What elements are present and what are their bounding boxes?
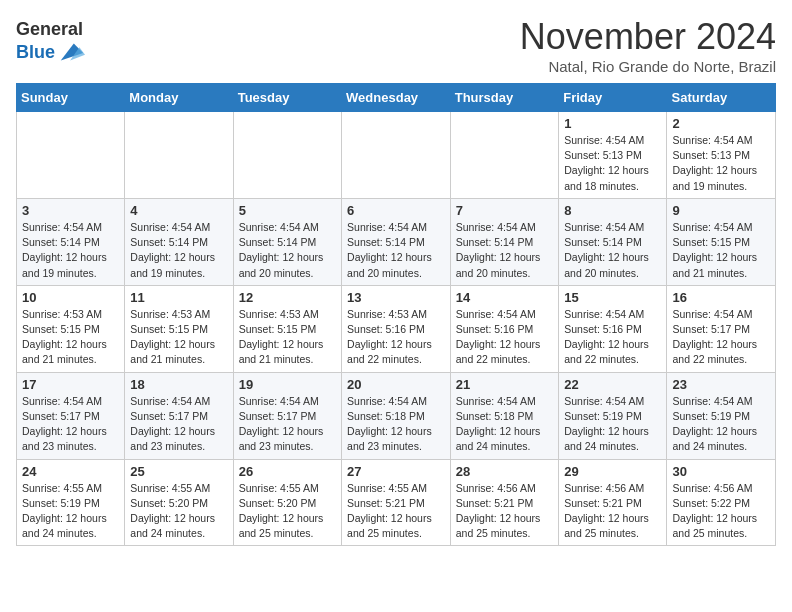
calendar-cell: 3Sunrise: 4:54 AMSunset: 5:14 PMDaylight… (17, 198, 125, 285)
day-info: Sunrise: 4:53 AMSunset: 5:15 PMDaylight:… (130, 307, 227, 368)
logo-icon (57, 38, 85, 66)
calendar-cell: 5Sunrise: 4:54 AMSunset: 5:14 PMDaylight… (233, 198, 341, 285)
day-number: 28 (456, 464, 553, 479)
weekday-header-tuesday: Tuesday (233, 84, 341, 112)
day-info: Sunrise: 4:54 AMSunset: 5:15 PMDaylight:… (672, 220, 770, 281)
day-info: Sunrise: 4:54 AMSunset: 5:14 PMDaylight:… (239, 220, 336, 281)
day-number: 2 (672, 116, 770, 131)
day-number: 4 (130, 203, 227, 218)
calendar-cell: 28Sunrise: 4:56 AMSunset: 5:21 PMDayligh… (450, 459, 558, 546)
calendar-table: SundayMondayTuesdayWednesdayThursdayFrid… (16, 83, 776, 546)
day-number: 18 (130, 377, 227, 392)
calendar-cell (450, 112, 558, 199)
day-info: Sunrise: 4:55 AMSunset: 5:19 PMDaylight:… (22, 481, 119, 542)
day-info: Sunrise: 4:56 AMSunset: 5:21 PMDaylight:… (456, 481, 553, 542)
calendar-cell: 24Sunrise: 4:55 AMSunset: 5:19 PMDayligh… (17, 459, 125, 546)
calendar-cell (233, 112, 341, 199)
calendar-week-row: 3Sunrise: 4:54 AMSunset: 5:14 PMDaylight… (17, 198, 776, 285)
day-info: Sunrise: 4:55 AMSunset: 5:21 PMDaylight:… (347, 481, 445, 542)
calendar-cell: 6Sunrise: 4:54 AMSunset: 5:14 PMDaylight… (342, 198, 451, 285)
day-number: 5 (239, 203, 336, 218)
day-number: 29 (564, 464, 661, 479)
day-number: 14 (456, 290, 553, 305)
calendar-cell: 14Sunrise: 4:54 AMSunset: 5:16 PMDayligh… (450, 285, 558, 372)
calendar-cell: 15Sunrise: 4:54 AMSunset: 5:16 PMDayligh… (559, 285, 667, 372)
calendar-cell: 8Sunrise: 4:54 AMSunset: 5:14 PMDaylight… (559, 198, 667, 285)
day-info: Sunrise: 4:55 AMSunset: 5:20 PMDaylight:… (239, 481, 336, 542)
calendar-cell: 11Sunrise: 4:53 AMSunset: 5:15 PMDayligh… (125, 285, 233, 372)
calendar-cell: 2Sunrise: 4:54 AMSunset: 5:13 PMDaylight… (667, 112, 776, 199)
day-info: Sunrise: 4:54 AMSunset: 5:16 PMDaylight:… (456, 307, 553, 368)
day-info: Sunrise: 4:54 AMSunset: 5:17 PMDaylight:… (672, 307, 770, 368)
calendar-week-row: 24Sunrise: 4:55 AMSunset: 5:19 PMDayligh… (17, 459, 776, 546)
day-info: Sunrise: 4:54 AMSunset: 5:17 PMDaylight:… (239, 394, 336, 455)
location-subtitle: Natal, Rio Grande do Norte, Brazil (520, 58, 776, 75)
calendar-cell: 12Sunrise: 4:53 AMSunset: 5:15 PMDayligh… (233, 285, 341, 372)
day-number: 26 (239, 464, 336, 479)
day-info: Sunrise: 4:53 AMSunset: 5:15 PMDaylight:… (22, 307, 119, 368)
day-info: Sunrise: 4:55 AMSunset: 5:20 PMDaylight:… (130, 481, 227, 542)
day-info: Sunrise: 4:54 AMSunset: 5:19 PMDaylight:… (672, 394, 770, 455)
day-number: 6 (347, 203, 445, 218)
calendar-cell (125, 112, 233, 199)
day-number: 11 (130, 290, 227, 305)
calendar-cell: 29Sunrise: 4:56 AMSunset: 5:21 PMDayligh… (559, 459, 667, 546)
day-info: Sunrise: 4:54 AMSunset: 5:18 PMDaylight:… (347, 394, 445, 455)
calendar-cell (17, 112, 125, 199)
calendar-cell: 27Sunrise: 4:55 AMSunset: 5:21 PMDayligh… (342, 459, 451, 546)
calendar-cell: 10Sunrise: 4:53 AMSunset: 5:15 PMDayligh… (17, 285, 125, 372)
day-info: Sunrise: 4:54 AMSunset: 5:18 PMDaylight:… (456, 394, 553, 455)
calendar-cell: 21Sunrise: 4:54 AMSunset: 5:18 PMDayligh… (450, 372, 558, 459)
day-number: 13 (347, 290, 445, 305)
month-title: November 2024 (520, 16, 776, 58)
day-info: Sunrise: 4:53 AMSunset: 5:15 PMDaylight:… (239, 307, 336, 368)
day-info: Sunrise: 4:54 AMSunset: 5:13 PMDaylight:… (564, 133, 661, 194)
calendar-cell (342, 112, 451, 199)
day-number: 19 (239, 377, 336, 392)
calendar-cell: 20Sunrise: 4:54 AMSunset: 5:18 PMDayligh… (342, 372, 451, 459)
day-number: 10 (22, 290, 119, 305)
calendar-cell: 13Sunrise: 4:53 AMSunset: 5:16 PMDayligh… (342, 285, 451, 372)
day-number: 12 (239, 290, 336, 305)
day-number: 25 (130, 464, 227, 479)
calendar-cell: 19Sunrise: 4:54 AMSunset: 5:17 PMDayligh… (233, 372, 341, 459)
day-info: Sunrise: 4:54 AMSunset: 5:13 PMDaylight:… (672, 133, 770, 194)
day-number: 17 (22, 377, 119, 392)
day-number: 1 (564, 116, 661, 131)
day-number: 21 (456, 377, 553, 392)
weekday-header-saturday: Saturday (667, 84, 776, 112)
logo: General Blue (16, 20, 85, 66)
day-number: 3 (22, 203, 119, 218)
calendar-cell: 1Sunrise: 4:54 AMSunset: 5:13 PMDaylight… (559, 112, 667, 199)
weekday-header-sunday: Sunday (17, 84, 125, 112)
weekday-header-monday: Monday (125, 84, 233, 112)
calendar-cell: 9Sunrise: 4:54 AMSunset: 5:15 PMDaylight… (667, 198, 776, 285)
calendar-cell: 18Sunrise: 4:54 AMSunset: 5:17 PMDayligh… (125, 372, 233, 459)
weekday-header-thursday: Thursday (450, 84, 558, 112)
day-info: Sunrise: 4:53 AMSunset: 5:16 PMDaylight:… (347, 307, 445, 368)
calendar-cell: 17Sunrise: 4:54 AMSunset: 5:17 PMDayligh… (17, 372, 125, 459)
day-number: 20 (347, 377, 445, 392)
logo-general: General (16, 20, 85, 38)
calendar-week-row: 1Sunrise: 4:54 AMSunset: 5:13 PMDaylight… (17, 112, 776, 199)
day-number: 15 (564, 290, 661, 305)
day-number: 27 (347, 464, 445, 479)
day-info: Sunrise: 4:54 AMSunset: 5:17 PMDaylight:… (130, 394, 227, 455)
day-info: Sunrise: 4:56 AMSunset: 5:21 PMDaylight:… (564, 481, 661, 542)
day-info: Sunrise: 4:54 AMSunset: 5:14 PMDaylight:… (130, 220, 227, 281)
title-area: November 2024 Natal, Rio Grande do Norte… (520, 16, 776, 75)
calendar-week-row: 17Sunrise: 4:54 AMSunset: 5:17 PMDayligh… (17, 372, 776, 459)
weekday-header-wednesday: Wednesday (342, 84, 451, 112)
day-info: Sunrise: 4:54 AMSunset: 5:14 PMDaylight:… (347, 220, 445, 281)
day-info: Sunrise: 4:54 AMSunset: 5:19 PMDaylight:… (564, 394, 661, 455)
calendar-week-row: 10Sunrise: 4:53 AMSunset: 5:15 PMDayligh… (17, 285, 776, 372)
day-number: 24 (22, 464, 119, 479)
header: General Blue November 2024 Natal, Rio Gr… (16, 16, 776, 75)
day-info: Sunrise: 4:54 AMSunset: 5:14 PMDaylight:… (456, 220, 553, 281)
calendar-cell: 30Sunrise: 4:56 AMSunset: 5:22 PMDayligh… (667, 459, 776, 546)
day-number: 8 (564, 203, 661, 218)
day-info: Sunrise: 4:54 AMSunset: 5:17 PMDaylight:… (22, 394, 119, 455)
calendar-cell: 26Sunrise: 4:55 AMSunset: 5:20 PMDayligh… (233, 459, 341, 546)
day-number: 9 (672, 203, 770, 218)
day-number: 23 (672, 377, 770, 392)
